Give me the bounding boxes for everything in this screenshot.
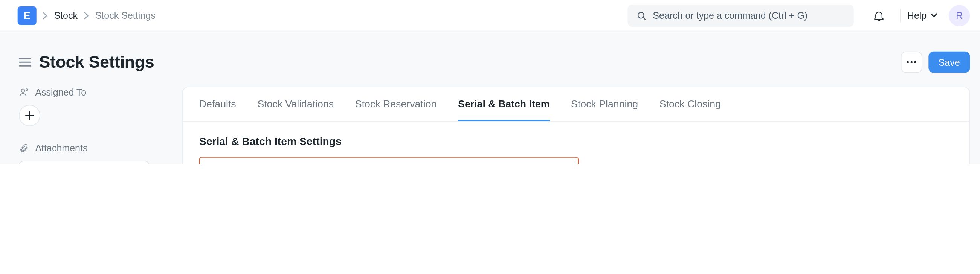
chevron-down-icon [930,13,937,18]
help-label: Help [907,10,926,21]
paperclip-icon [19,143,29,153]
search-input[interactable]: Search or type a command (Ctrl + G) [628,4,854,27]
attach-file-button[interactable]: Attach File [19,161,150,164]
breadcrumb-parent[interactable]: Stock [54,10,78,21]
more-menu-button[interactable] [901,52,923,73]
svg-point-5 [907,61,908,63]
page-title: Stock Settings [39,52,154,72]
page-header: Stock Settings Save [0,31,980,87]
svg-point-7 [914,61,916,63]
svg-line-1 [643,17,645,19]
tab-serial-batch-item[interactable]: Serial & Batch Item [458,87,549,121]
sidebar: Assigned To Attachments Attach File [19,87,182,164]
main-panel: Defaults Stock Validations Stock Reserva… [182,87,970,164]
attachments-label: Attachments [19,143,170,153]
attachments-text: Attachments [35,143,88,153]
section-heading: Serial & Batch Item Settings [199,136,953,148]
tab-stock-planning[interactable]: Stock Planning [571,87,638,121]
help-menu[interactable]: Help [907,10,937,21]
search-placeholder: Search or type a command (Ctrl + G) [653,10,808,21]
assigned-to-text: Assigned To [35,87,86,97]
chevron-right-icon [43,12,48,19]
highlighted-section: Auto Create Serial and Batch Bundle For … [199,157,579,164]
save-button[interactable]: Save [928,52,970,73]
divider [900,9,901,22]
assigned-to-label: Assigned To [19,87,170,97]
tabs: Defaults Stock Validations Stock Reserva… [183,87,969,121]
breadcrumb-current: Stock Settings [95,10,156,21]
chevron-right-icon [84,12,89,19]
tab-defaults[interactable]: Defaults [199,87,236,121]
topbar: E Stock Stock Settings Search or type a … [0,0,980,31]
search-icon [636,11,647,21]
svg-point-9 [26,89,28,90]
notifications-button[interactable] [873,9,885,21]
tab-stock-closing[interactable]: Stock Closing [660,87,721,121]
svg-point-8 [21,89,25,92]
app-logo[interactable]: E [18,6,37,25]
svg-point-6 [910,61,912,63]
sidebar-toggle-icon[interactable] [19,57,31,67]
tab-stock-validations[interactable]: Stock Validations [257,87,334,121]
add-assignee-button[interactable] [19,105,40,127]
avatar[interactable]: R [949,5,970,26]
breadcrumb: Stock Stock Settings [43,10,155,21]
person-icon [19,87,29,97]
tab-stock-reservation[interactable]: Stock Reservation [355,87,437,121]
